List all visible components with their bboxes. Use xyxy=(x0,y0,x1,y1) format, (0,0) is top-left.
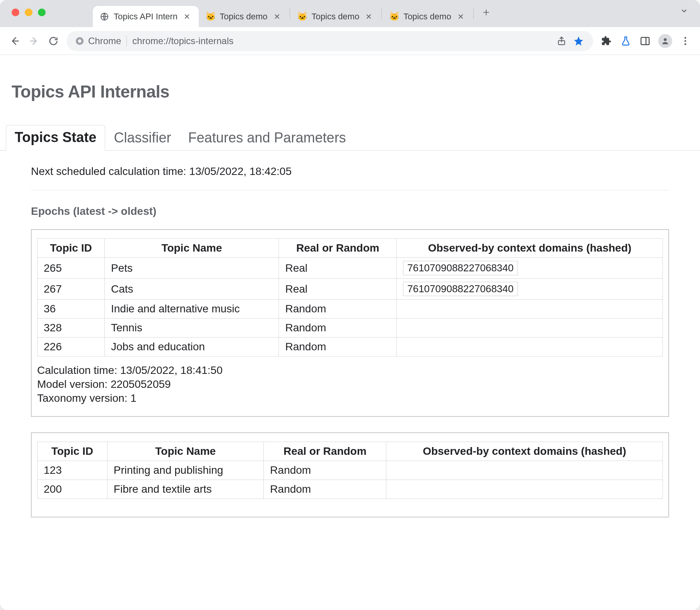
taxonomy-version-value: 1 xyxy=(130,392,137,404)
col-hashed: Observed-by context domains (hashed) xyxy=(397,239,663,258)
col-real-random: Real or Random xyxy=(264,442,386,461)
cell-kind: Random xyxy=(264,480,386,499)
forward-button[interactable] xyxy=(28,35,40,47)
cell-name: Pets xyxy=(104,258,278,279)
page-title: Topics API Internals xyxy=(12,82,688,101)
cell-kind: Random xyxy=(279,300,397,319)
divider xyxy=(31,190,669,190)
hash-chip[interactable]: 7610709088227068340 xyxy=(403,282,518,296)
table-row: 267 Cats Real 7610709088227068340 xyxy=(38,279,663,300)
col-hashed: Observed-by context domains (hashed) xyxy=(386,442,663,461)
cell-hash xyxy=(397,319,663,338)
calc-time-line: Calculation time: 13/05/2022, 18:41:50 xyxy=(37,364,663,377)
next-calc-label: Next scheduled calculation time: xyxy=(31,165,186,177)
table-row: 328 Tennis Random xyxy=(38,319,663,338)
table-row: 265 Pets Real 7610709088227068340 xyxy=(38,258,663,279)
cat-icon: 🐱 xyxy=(389,12,399,21)
page-content: Topics API Internals Topics State Classi… xyxy=(0,55,700,610)
svg-rect-4 xyxy=(641,37,649,45)
cat-icon: 🐱 xyxy=(298,12,307,21)
taxonomy-version-label: Taxonomy version: xyxy=(37,392,127,404)
close-tab-icon[interactable]: ✕ xyxy=(272,12,282,21)
back-button[interactable] xyxy=(9,35,21,47)
cell-kind: Random xyxy=(279,319,397,338)
site-identity-label: Chrome xyxy=(88,36,121,46)
table-row: 226 Jobs and education Random xyxy=(38,338,663,356)
page-tabs: Topics State Classifier Features and Par… xyxy=(0,125,700,151)
tab-features-params[interactable]: Features and Parameters xyxy=(179,126,354,151)
col-topic-name: Topic Name xyxy=(107,442,264,461)
model-version-line: Model version: 2205052059 xyxy=(37,378,663,391)
cell-hash xyxy=(397,338,663,356)
site-identity[interactable]: Chrome xyxy=(75,36,121,46)
table-row: 200 Fibre and textile arts Random xyxy=(38,480,663,499)
cell-hash: 7610709088227068340 xyxy=(397,279,663,300)
maximize-window-button[interactable] xyxy=(38,9,46,16)
calc-time-label: Calculation time: xyxy=(37,364,117,376)
epoch-table: Topic ID Topic Name Real or Random Obser… xyxy=(37,238,663,356)
tab-strip: Topics API Intern ✕ 🐱 Topics demo ✕ 🐱 To… xyxy=(0,0,700,27)
side-panel-icon[interactable] xyxy=(639,35,651,47)
person-icon xyxy=(661,37,669,45)
epoch-box: Topic ID Topic Name Real or Random Obser… xyxy=(31,432,669,517)
url-text: chrome://topics-internals xyxy=(132,36,550,46)
svg-point-9 xyxy=(685,43,686,45)
epoch-box: Topic ID Topic Name Real or Random Obser… xyxy=(31,229,669,417)
bookmark-icon[interactable] xyxy=(572,35,585,47)
tab-classifier[interactable]: Classifier xyxy=(105,126,179,151)
browser-tab[interactable]: 🐱 Topics demo ✕ xyxy=(291,6,381,27)
omnibox-divider xyxy=(126,36,127,46)
table-header-row: Topic ID Topic Name Real or Random Obser… xyxy=(38,442,663,461)
epoch-table: Topic ID Topic Name Real or Random Obser… xyxy=(37,442,663,499)
tab-overflow-button[interactable] xyxy=(680,7,688,17)
window-controls xyxy=(12,9,46,16)
address-bar[interactable]: Chrome chrome://topics-internals xyxy=(67,31,593,51)
tab-topics-state[interactable]: Topics State xyxy=(6,125,105,151)
labs-icon[interactable] xyxy=(620,35,632,47)
tab-title: Topics demo xyxy=(403,12,451,22)
browser-window: Topics API Intern ✕ 🐱 Topics demo ✕ 🐱 To… xyxy=(0,0,700,610)
tab-title: Topics demo xyxy=(220,12,268,22)
cell-kind: Real xyxy=(279,258,397,279)
minimize-window-button[interactable] xyxy=(25,9,32,16)
close-window-button[interactable] xyxy=(12,9,19,16)
tab-separator xyxy=(290,8,290,19)
cell-name: Indie and alternative music xyxy=(104,300,278,319)
cell-name: Fibre and textile arts xyxy=(107,480,264,499)
browser-tab[interactable]: 🐱 Topics demo ✕ xyxy=(382,6,473,27)
close-tab-icon[interactable]: ✕ xyxy=(456,12,466,21)
profile-avatar[interactable] xyxy=(658,34,672,48)
globe-icon xyxy=(100,12,109,21)
cell-hash: 7610709088227068340 xyxy=(397,258,663,279)
cell-name: Cats xyxy=(104,279,278,300)
cat-icon: 🐱 xyxy=(206,12,215,21)
cell-id: 36 xyxy=(38,300,105,319)
tab-title: Topics API Intern xyxy=(114,12,178,22)
col-topic-id: Topic ID xyxy=(38,239,105,258)
browser-tab[interactable]: Topics API Intern ✕ xyxy=(93,6,199,27)
cell-hash xyxy=(397,300,663,319)
cell-id: 265 xyxy=(38,258,105,279)
extensions-icon[interactable] xyxy=(600,35,613,47)
toolbar: Chrome chrome://topics-internals xyxy=(0,27,700,55)
cell-name: Printing and publishing xyxy=(107,461,264,480)
browser-tab[interactable]: 🐱 Topics demo ✕ xyxy=(199,6,289,27)
model-version-value: 2205052059 xyxy=(111,378,171,390)
model-version-label: Model version: xyxy=(37,378,108,390)
col-topic-id: Topic ID xyxy=(38,442,108,461)
kebab-menu-icon[interactable] xyxy=(679,35,691,47)
close-tab-icon[interactable]: ✕ xyxy=(364,12,374,21)
reload-button[interactable] xyxy=(47,35,60,47)
table-row: 36 Indie and alternative music Random xyxy=(38,300,663,319)
cell-id: 200 xyxy=(38,480,108,499)
hash-chip[interactable]: 7610709088227068340 xyxy=(403,261,518,275)
new-tab-button[interactable]: ＋ xyxy=(478,4,494,20)
share-icon[interactable] xyxy=(555,35,568,47)
cell-name: Jobs and education xyxy=(104,338,278,356)
close-tab-icon[interactable]: ✕ xyxy=(182,12,192,21)
cell-kind: Real xyxy=(279,279,397,300)
chrome-icon xyxy=(75,36,84,46)
next-calc-line: Next scheduled calculation time: 13/05/2… xyxy=(31,165,669,178)
cell-hash xyxy=(386,480,663,499)
table-header-row: Topic ID Topic Name Real or Random Obser… xyxy=(38,239,663,258)
